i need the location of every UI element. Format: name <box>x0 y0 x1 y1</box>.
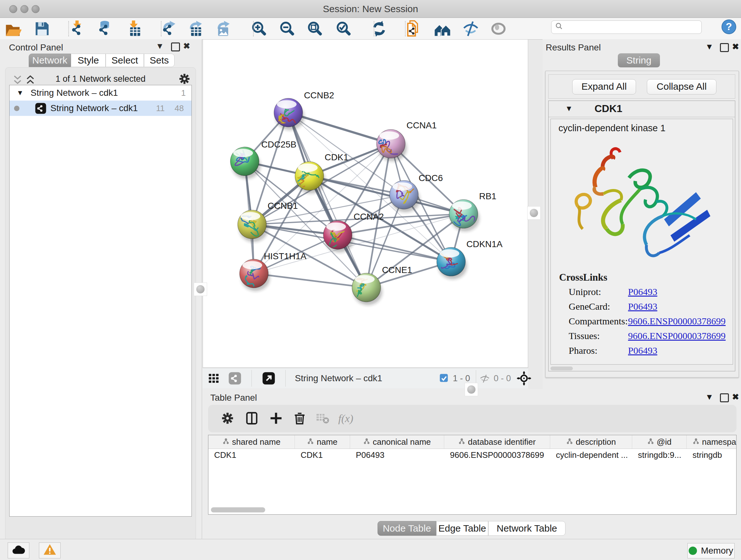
crosslink-value-link[interactable]: P06493 <box>628 301 657 312</box>
table-cell[interactable]: CDK1 <box>208 449 295 461</box>
network-node-ccnb2[interactable] <box>274 98 305 130</box>
table-cell[interactable]: P06493 <box>350 449 444 461</box>
open-file-icon[interactable] <box>4 20 22 38</box>
column-header-description[interactable]: description <box>550 435 632 449</box>
table-cell[interactable]: cyclin-dependent ... <box>550 449 632 461</box>
network-node-rb1[interactable] <box>449 199 479 232</box>
tab-sets[interactable]: Sets <box>144 54 175 67</box>
table-row[interactable]: CDK1CDK1P064939606.ENSP00000378699cyclin… <box>208 449 737 461</box>
title-bar: Session: New Session <box>0 0 741 18</box>
add-column-icon[interactable] <box>269 411 284 426</box>
import-table-icon[interactable] <box>125 20 143 38</box>
tab-edge-table[interactable]: Edge Table <box>436 521 488 536</box>
network-edge[interactable] <box>338 235 451 262</box>
warnings-button[interactable] <box>39 543 61 558</box>
zoom-fit-icon[interactable] <box>306 20 324 38</box>
attribute-icon <box>692 437 699 447</box>
tab-network[interactable]: Network <box>29 54 71 67</box>
detach-view-icon[interactable] <box>262 372 275 385</box>
table-cell[interactable]: CDK1 <box>295 449 350 461</box>
select-columns-icon[interactable] <box>245 411 260 426</box>
right-splitter-handle[interactable] <box>527 206 541 220</box>
string-website-icon[interactable] <box>434 20 452 38</box>
protein-description: cyclin-dependent kinase 1 <box>558 123 665 133</box>
close-panel-icon[interactable]: ✖ <box>732 392 739 402</box>
protein-section-header[interactable]: ▼ CDK1 <box>549 101 735 117</box>
results-panel: Results Panel ▼ ✖ String Expand All Coll… <box>542 39 741 389</box>
expand-triangle-icon[interactable]: ▼ <box>17 89 23 97</box>
network-list: ▼String Network – cdk11String Network – … <box>9 85 192 516</box>
maximize-panel-icon[interactable] <box>720 393 729 402</box>
maximize-panel-icon[interactable] <box>171 43 180 51</box>
tab-style[interactable]: Style <box>71 54 106 67</box>
zoom-out-icon[interactable] <box>278 20 296 38</box>
save-session-icon[interactable] <box>33 20 51 38</box>
selected-checkbox-icon[interactable] <box>440 374 449 383</box>
column-header-name[interactable]: name <box>295 435 350 449</box>
column-label: namespace <box>702 437 737 447</box>
import-network-from-database-icon[interactable] <box>95 20 113 38</box>
maximize-panel-icon[interactable] <box>720 43 729 52</box>
network-node-cdkn1a[interactable] <box>437 247 467 279</box>
crosslink-value-link[interactable]: P06493 <box>628 345 657 356</box>
table-cell[interactable]: 9606.ENSP00000378699 <box>444 449 550 461</box>
export-image-icon[interactable] <box>213 20 231 38</box>
left-splitter-handle[interactable] <box>194 283 207 296</box>
grid-view-icon[interactable] <box>207 372 220 385</box>
table-cell[interactable]: stringdb:9... <box>632 449 687 461</box>
crosslink-value-link[interactable]: P06493 <box>628 287 657 297</box>
float-panel-icon[interactable]: ▼ <box>705 42 714 52</box>
tab-network-table[interactable]: Network Table <box>488 521 565 536</box>
hide-results-panel-icon[interactable] <box>461 20 479 38</box>
expand-all-button[interactable]: Expand All <box>572 79 636 95</box>
crosslink-value-link[interactable]: 9606.ENSP00000378699 <box>628 316 726 327</box>
tab-node-table[interactable]: Node Table <box>378 521 436 536</box>
network-node-ccna1[interactable] <box>377 129 407 161</box>
network-node-cdc6[interactable] <box>390 180 420 212</box>
refresh-network-icon[interactable] <box>370 20 388 38</box>
bottom-splitter-handle[interactable] <box>465 383 478 396</box>
column-header-namespace[interactable]: namespace <box>687 435 737 449</box>
cloud-button[interactable] <box>8 543 29 558</box>
crosslink-value-link[interactable]: 9606.ENSP00000378699 <box>628 330 726 341</box>
network-node-hist1h1a[interactable] <box>240 259 270 291</box>
collapse-all-button[interactable]: Collapse All <box>647 79 717 95</box>
float-panel-icon[interactable]: ▼ <box>156 41 164 51</box>
column-header-canonicalname[interactable]: canonical name <box>350 435 444 449</box>
column-header-databaseidentifier[interactable]: database identifier <box>444 435 550 449</box>
network-view-canvas[interactable]: CCNB2CCNA1CDC25BCDK1CDC6RB1CCNB1CCNA2CDK… <box>203 39 528 368</box>
close-panel-icon[interactable]: ✖ <box>183 41 190 51</box>
column-header-sharedname[interactable]: shared name <box>208 435 295 449</box>
delete-column-icon[interactable] <box>292 411 308 426</box>
close-panel-icon[interactable]: ✖ <box>732 42 739 52</box>
import-string-network-icon[interactable] <box>405 20 423 38</box>
import-network-icon[interactable] <box>68 20 86 38</box>
collapse-triangle-icon[interactable]: ▼ <box>565 104 573 113</box>
network-node-cdk1[interactable] <box>295 162 325 193</box>
search-field[interactable] <box>551 20 702 34</box>
show-results-panel-icon[interactable] <box>489 20 508 38</box>
results-hscrollbar[interactable] <box>550 367 573 370</box>
network-tree-row[interactable]: String Network – cdk11148 <box>10 101 192 116</box>
export-table-icon[interactable] <box>186 20 204 38</box>
tab-select[interactable]: Select <box>106 54 144 67</box>
float-panel-icon[interactable]: ▼ <box>705 392 714 402</box>
share-view-icon[interactable] <box>228 372 242 385</box>
gear-icon[interactable] <box>220 411 235 426</box>
help-icon[interactable]: ? <box>721 19 737 35</box>
search-input[interactable] <box>567 22 701 33</box>
zoom-selected-icon[interactable] <box>335 20 353 38</box>
export-network-icon[interactable] <box>159 20 177 38</box>
attribute-icon <box>222 437 229 447</box>
column-header-id[interactable]: @id <box>632 435 687 449</box>
birdseye-crosshair-icon[interactable] <box>517 371 531 386</box>
network-edge[interactable] <box>288 113 366 288</box>
network-edge[interactable] <box>254 273 366 288</box>
tab-string[interactable]: String <box>618 53 660 67</box>
attribute-icon <box>307 437 314 447</box>
table-cell[interactable]: stringdb <box>687 449 737 461</box>
table-hscrollbar[interactable] <box>211 507 265 512</box>
network-tree-row[interactable]: ▼String Network – cdk11 <box>10 85 192 101</box>
memory-button[interactable]: Memory <box>687 543 735 558</box>
network-node-cdc25b[interactable] <box>230 147 261 179</box>
